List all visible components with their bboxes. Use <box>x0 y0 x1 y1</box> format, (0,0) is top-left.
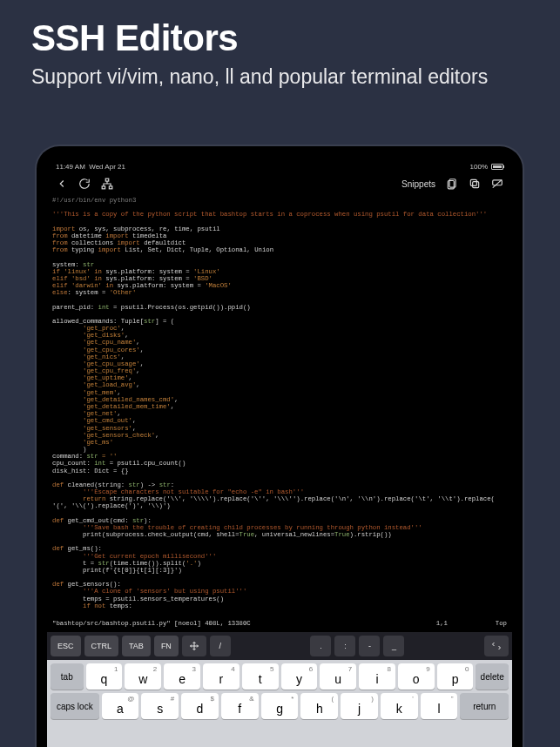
snippets-button[interactable]: Snippets <box>401 179 435 189</box>
tab-extra-key[interactable]: TAB <box>122 636 151 656</box>
vim-status-line: "bashtop/src/bashtop.psutil.py" [noeol] … <box>52 618 507 629</box>
clipboard-icon[interactable] <box>446 178 458 190</box>
app-toolbar: Snippets <box>47 174 512 193</box>
key-d[interactable]: $d <box>181 693 219 719</box>
return-key[interactable]: return <box>460 693 509 719</box>
key-k[interactable]: 'k <box>381 693 418 719</box>
sitemap-icon[interactable] <box>101 178 113 190</box>
colon-key[interactable]: : <box>334 636 355 656</box>
key-f[interactable]: &f <box>221 693 259 719</box>
battery-icon <box>491 164 503 170</box>
key-a[interactable]: @a <box>102 693 139 719</box>
key-l[interactable]: "l <box>421 693 458 719</box>
arrows-key[interactable] <box>182 636 206 656</box>
svg-rect-0 <box>105 178 109 181</box>
key-e[interactable]: 3e <box>164 663 200 690</box>
status-bar: 11:49 AM Wed Apr 21 100% <box>47 158 512 174</box>
svg-line-8 <box>493 179 503 187</box>
key-h[interactable]: (h <box>300 693 338 719</box>
dash-key[interactable]: - <box>359 636 380 656</box>
expand-key[interactable] <box>484 636 509 656</box>
svg-rect-6 <box>470 179 476 185</box>
reload-icon[interactable] <box>78 178 91 190</box>
status-time: 11:49 AM Wed Apr 21 <box>56 163 125 171</box>
vim-cursor-pos: 1,1 <box>436 620 448 627</box>
terminal-editor[interactable]: #!/usr/bin/env python3 '''This is a copy… <box>47 193 512 630</box>
copy-icon[interactable] <box>469 178 481 190</box>
promo-title: SSH Editors <box>31 17 529 59</box>
tab-key[interactable]: tab <box>51 663 84 690</box>
key-q[interactable]: 1q <box>86 663 123 690</box>
back-icon[interactable] <box>56 178 68 190</box>
key-p[interactable]: 0p <box>437 663 474 690</box>
extra-key-row: ESC CTRL TAB FN / . : - _ <box>47 632 512 660</box>
svg-rect-1 <box>102 186 105 189</box>
vim-scroll-pos: Top <box>496 620 507 627</box>
key-i[interactable]: 8i <box>359 663 395 690</box>
key-u[interactable]: 7u <box>320 663 356 690</box>
svg-rect-5 <box>473 182 479 188</box>
dot-key[interactable]: . <box>310 636 331 656</box>
promo-panel: SSH Editors Support vi/vim, nano, ll and… <box>0 0 560 100</box>
delete-key[interactable]: delete <box>476 663 509 690</box>
underscore-key[interactable]: _ <box>383 636 404 656</box>
key-o[interactable]: 9o <box>398 663 435 690</box>
key-y[interactable]: 6y <box>281 663 318 690</box>
esc-key[interactable]: ESC <box>51 636 81 656</box>
vim-file-status: "bashtop/src/bashtop.psutil.py" [noeol] … <box>52 620 251 627</box>
svg-rect-2 <box>109 186 111 189</box>
ctrl-key[interactable]: CTRL <box>84 636 119 656</box>
key-w[interactable]: 2w <box>125 663 161 690</box>
tablet-device-frame: 11:49 AM Wed Apr 21 100% Snippets <box>37 146 523 747</box>
key-j[interactable]: )j <box>341 693 378 719</box>
slash-key[interactable]: / <box>210 636 231 656</box>
fn-key[interactable]: FN <box>154 636 179 656</box>
keyboard-hide-icon[interactable] <box>491 178 503 190</box>
status-battery-pct: 100% <box>470 163 488 171</box>
promo-subtitle: Support vi/vim, nano, ll and popular ter… <box>31 64 529 90</box>
key-g[interactable]: *g <box>261 693 299 719</box>
key-r[interactable]: 4r <box>203 663 240 690</box>
capslock-key[interactable]: caps lock <box>51 693 99 719</box>
key-s[interactable]: #s <box>141 693 179 719</box>
system-keyboard: tab 1q 2w 3e 4r 5t 6y 7u 8i 9o 0p delete… <box>47 660 512 747</box>
key-t[interactable]: 5t <box>242 663 279 690</box>
